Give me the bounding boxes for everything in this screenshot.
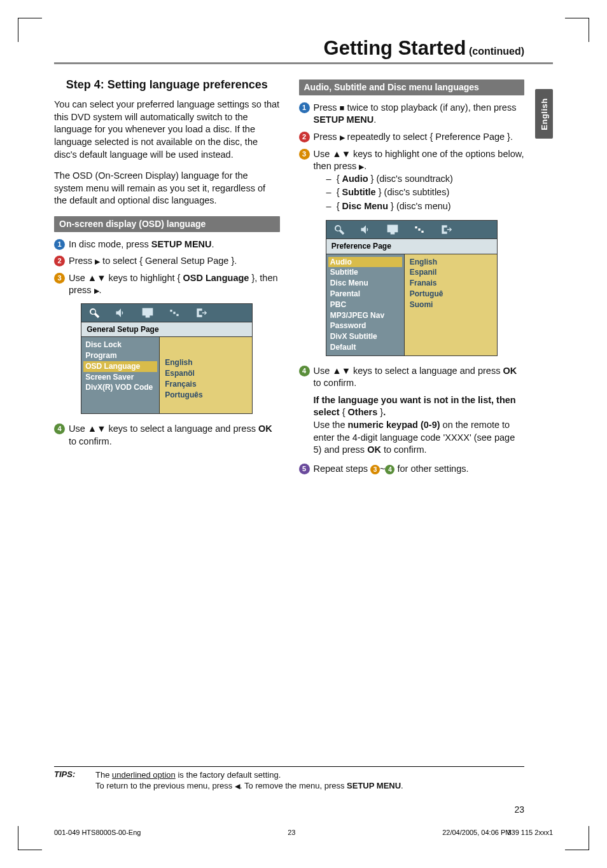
step-1: 1 Press twice to stop playback (if any),…: [299, 102, 525, 127]
monitor-icon: [141, 307, 154, 319]
bullet-1-icon: 1: [54, 239, 65, 250]
subheading-osd: On-screen display (OSD) language: [54, 216, 280, 232]
crop-mark: [18, 18, 42, 42]
step-2: 2 Press repeatedly to select { Preferenc…: [299, 131, 525, 144]
bullet-3-icon: 3: [54, 273, 65, 284]
osd-right-list: English Espanil Franais Portuguê Suomi: [404, 254, 497, 355]
language-tab: English: [535, 89, 553, 139]
crop-mark: [18, 826, 42, 850]
left-column: Step 4: Setting language preferences You…: [54, 76, 280, 479]
exit-icon: [440, 223, 452, 236]
osd-preference-page: Preference Page Audio Subtitle Disc Menu…: [326, 220, 498, 355]
bullet-2-icon: 2: [54, 256, 65, 266]
osd-general-setup: General Setup Page Disc Lock Program OSD…: [81, 303, 253, 414]
right-arrow-icon: [94, 284, 99, 297]
crop-mark: [565, 18, 589, 42]
sliders-icon: [413, 223, 426, 236]
right-arrow-icon: [340, 131, 345, 144]
sliders-icon: [168, 307, 181, 319]
right-arrow-icon: [95, 255, 100, 268]
page-title: Getting Started (continued): [54, 37, 553, 64]
note-block: If the language you want is not in the l…: [299, 394, 525, 457]
speaker-icon: [115, 307, 127, 319]
bullet-3-icon: 3: [299, 149, 310, 160]
bullet-4-icon: 4: [385, 465, 394, 474]
step-5: 5 Repeat steps 3~4 for other settings.: [299, 463, 525, 476]
wrench-icon: [333, 223, 345, 236]
step-4: 4 Use ▲▼ keys to select a language and p…: [54, 423, 280, 448]
step-2: 2 Press to select { General Setup Page }…: [54, 255, 280, 268]
page-number: 23: [514, 804, 524, 815]
intro-paragraph: The OSD (On-Screen Display) language for…: [54, 170, 280, 207]
speaker-icon: [359, 223, 372, 236]
bullet-1-icon: 1: [299, 102, 310, 113]
bullet-3-icon: 3: [370, 465, 380, 474]
intro-paragraph: You can select your preferred language s…: [54, 99, 280, 161]
bullet-4-icon: 4: [299, 366, 310, 376]
print-footer: 001-049 HTS8000S-00-Eng 23 22/04/2005, 0…: [54, 829, 553, 836]
step-1: 1 In disc mode, press SETUP MENU.: [54, 238, 280, 251]
subheading-audio-subtitle: Audio, Subtitle and Disc menu languages: [299, 79, 525, 95]
osd-right-list: English Espanöl Français Português: [159, 337, 252, 413]
section-heading: Step 4: Setting language preferences: [54, 77, 280, 92]
step-3: 3 Use ▲▼ keys to highlight { OSD Languag…: [54, 272, 280, 297]
tips-footer: TIPS: The underlined option is the facto…: [54, 766, 524, 792]
crop-mark: [565, 826, 589, 850]
bullet-5-icon: 5: [299, 464, 310, 474]
osd-left-list: Audio Subtitle Disc Menu Parental PBC MP…: [326, 254, 404, 355]
wrench-icon: [88, 307, 101, 319]
bullet-4-icon: 4: [54, 424, 65, 434]
monitor-icon: [386, 223, 399, 236]
osd-left-list: Disc Lock Program OSD Language Screen Sa…: [81, 337, 159, 413]
right-column: Audio, Subtitle and Disc menu languages …: [299, 76, 525, 479]
step-3: 3 Use ▲▼ keys to highlight one of the op…: [299, 148, 525, 214]
left-arrow-icon: [235, 780, 240, 792]
bullet-2-icon: 2: [299, 132, 310, 142]
exit-icon: [195, 307, 207, 319]
step-4: 4 Use ▲▼ keys to select a language and p…: [299, 365, 525, 390]
